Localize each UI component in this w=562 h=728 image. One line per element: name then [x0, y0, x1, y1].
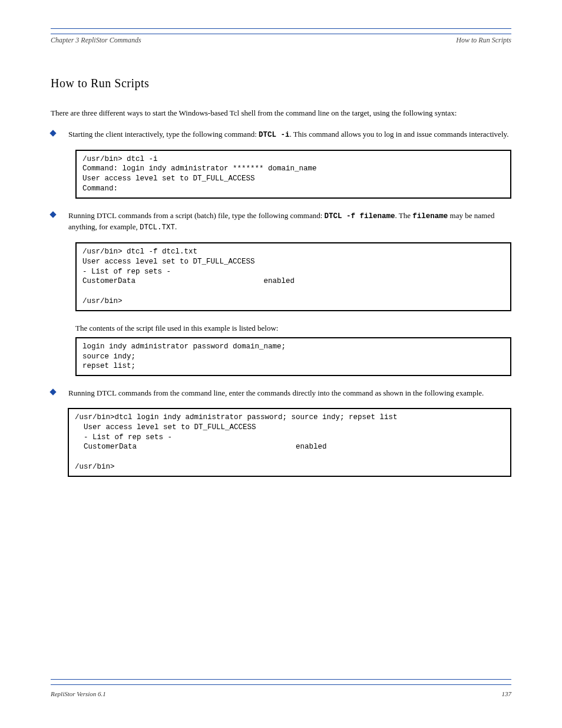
page-footer: RepliStor Version 6.1 137 [51, 679, 511, 699]
code-inline: DTCL -f filename [325, 212, 395, 220]
header-rule [51, 28, 511, 34]
code-inline: DTCL -i [259, 131, 290, 139]
intro-paragraph: There are three different ways to start … [51, 108, 511, 118]
footer-rule [51, 679, 511, 685]
footer-left: RepliStor Version 6.1 [51, 690, 106, 699]
text-segment: Starting the client interactively, type … [68, 130, 259, 139]
code-block-script-run: /usr/bin> dtcl -f dtcl.txt User access l… [75, 242, 511, 311]
bullet-text-2: Running DTCL commands from a script (bat… [68, 210, 511, 233]
bullet-text-1: Starting the client interactively, type … [68, 129, 511, 140]
text-segment: . [175, 222, 177, 231]
text-segment: . This command allows you to log in and … [290, 130, 509, 139]
page: Chapter 3 RepliStor Commands How to Run … [0, 0, 562, 728]
bullet-item-2: Running DTCL commands from a script (bat… [51, 210, 511, 233]
bullet-item-3: Running DTCL commands from the command l… [51, 388, 511, 398]
footer-row: RepliStor Version 6.1 137 [51, 690, 511, 699]
text-segment: Running DTCL commands from the command l… [68, 388, 484, 397]
text-segment: Running DTCL commands from a script (bat… [68, 211, 325, 220]
code-block-cmdline: /usr/bin>dtcl login indy administrator p… [68, 408, 511, 477]
code-inline: DTCL.TXT [140, 223, 175, 232]
footer-page-number: 137 [502, 690, 512, 699]
text-segment: . The [395, 211, 413, 220]
code-block-interactive: /usr/bin> dtcl -i Command: login indy ad… [75, 150, 511, 199]
header-right: How to Run Scripts [456, 35, 511, 45]
code-block-script-contents: login indy administrator password domain… [75, 337, 511, 377]
diamond-icon [49, 130, 56, 136]
script-file-label: The contents of the script file used in … [75, 323, 511, 334]
header-left: Chapter 3 RepliStor Commands [51, 35, 141, 45]
code-inline: filename [412, 212, 448, 220]
diamond-icon [49, 389, 56, 396]
section-title: How to Run Scripts [51, 75, 511, 91]
diamond-icon [49, 211, 56, 218]
bullet-text-3: Running DTCL commands from the command l… [68, 388, 511, 398]
running-header: Chapter 3 RepliStor Commands How to Run … [51, 35, 511, 45]
bullet-item-1: Starting the client interactively, type … [51, 129, 511, 140]
